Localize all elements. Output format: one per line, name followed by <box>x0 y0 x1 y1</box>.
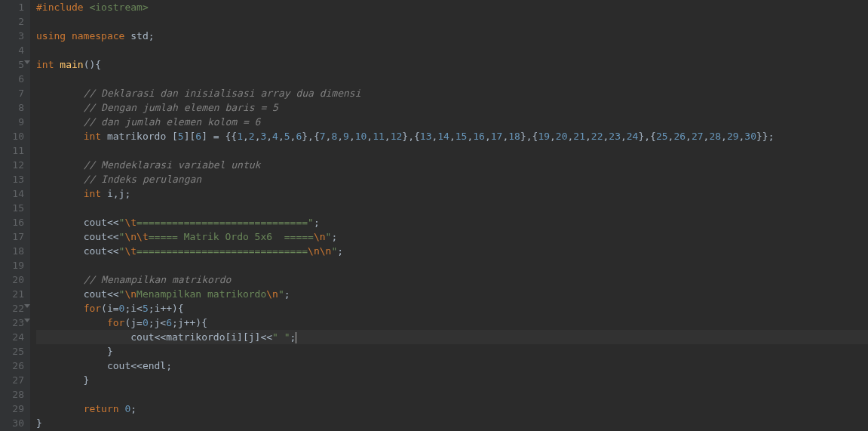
token-pl: ;i++){ <box>149 303 184 314</box>
line-number: 14 <box>5 186 24 201</box>
line-number: 29 <box>5 402 24 416</box>
token-pl: } <box>36 417 42 429</box>
token-pl <box>36 116 84 128</box>
token-pl: ; <box>314 217 320 228</box>
code-line[interactable]: // Dengan jumlah elemen baris = 5 <box>36 100 868 115</box>
token-pl: (){ <box>84 59 101 70</box>
token-id: matrikordo [ <box>107 131 178 142</box>
code-line[interactable]: #include <iostream> <box>36 0 868 14</box>
code-line[interactable]: cout<<endl; <box>36 359 868 373</box>
code-line[interactable] <box>36 43 868 57</box>
token-pl: , <box>385 131 391 142</box>
code-line[interactable]: // Menampilkan matrikordo <box>36 272 868 287</box>
token-num: 29 <box>727 131 739 142</box>
line-number: 11 <box>5 143 24 158</box>
token-num: 2 <box>249 131 255 142</box>
code-line[interactable] <box>36 201 868 215</box>
line-number: 7 <box>5 86 24 100</box>
token-num: 24 <box>627 131 639 142</box>
token-num: 26 <box>673 131 686 142</box>
token-fn: main <box>60 59 83 70</box>
line-number: 1 <box>5 0 24 14</box>
token-num: 0 <box>143 317 149 328</box>
token-id: cout<<matrikordo[i][j]<< <box>130 331 272 343</box>
token-id: i,j; <box>107 188 130 199</box>
code-line[interactable]: } <box>36 416 868 430</box>
fold-chevron-icon[interactable] <box>24 60 30 64</box>
code-line[interactable]: } <box>36 344 868 359</box>
code-line[interactable] <box>36 387 868 402</box>
token-pl: , <box>278 131 284 142</box>
token-kw: for <box>84 303 101 314</box>
token-num: 30 <box>744 131 756 142</box>
line-number: 16 <box>5 215 24 229</box>
token-id: std <box>130 30 148 42</box>
token-pl: , <box>266 131 272 142</box>
token-pp: #include <box>36 2 89 13</box>
code-line[interactable]: int matrikordo [5][6] = {{1,2,3,4,5,6},{… <box>36 129 868 143</box>
code-line[interactable]: cout<<matrikordo[i][j]<<" "; <box>36 330 868 344</box>
code-line[interactable]: cout<<"\t============================="; <box>36 215 868 229</box>
token-num: 9 <box>343 131 349 142</box>
token-esc: \n <box>266 288 278 300</box>
code-line[interactable]: // Indeks perulangan <box>36 172 868 186</box>
code-line[interactable]: for(i=0;i<5;i++){ <box>36 301 868 316</box>
token-pl: ;i< <box>124 303 142 314</box>
line-number: 8 <box>5 100 24 115</box>
token-pl: ;j< <box>149 317 166 328</box>
code-line[interactable]: // dan jumlah elemen kolom = 6 <box>36 115 868 129</box>
code-line[interactable]: int main(){ <box>36 57 868 72</box>
token-num: 22 <box>591 131 603 142</box>
line-number: 30 <box>5 416 24 430</box>
token-pl: , <box>621 131 627 142</box>
code-area[interactable]: #include <iostream>using namespace std;i… <box>30 0 868 431</box>
code-line[interactable]: using namespace std; <box>36 29 868 43</box>
token-pl <box>36 188 84 199</box>
token-pl <box>36 317 107 328</box>
token-pl: ] = {{ <box>201 131 237 142</box>
fold-chevron-icon[interactable] <box>24 319 30 322</box>
token-pl: , <box>485 131 491 142</box>
token-pl <box>36 331 130 343</box>
code-line[interactable]: // Mendeklarasi variabel untuk <box>36 158 868 172</box>
token-pl: } <box>36 346 113 357</box>
token-inc: <iostream> <box>89 2 148 13</box>
token-pl: ; <box>284 288 290 300</box>
token-kw: using <box>36 30 72 42</box>
fold-chevron-icon[interactable] <box>24 304 30 308</box>
token-pl <box>36 360 107 371</box>
token-str: " " <box>272 331 290 343</box>
code-line[interactable]: int i,j; <box>36 186 868 201</box>
token-pl: , <box>585 131 591 142</box>
code-line[interactable]: cout<<"\n\t===== Matrik Ordo 5x6 =====\n… <box>36 229 868 244</box>
token-num: 6 <box>166 317 172 328</box>
token-com: // Deklarasi dan inisialisasi array dua … <box>84 88 361 99</box>
code-line[interactable] <box>36 258 868 272</box>
code-line[interactable]: cout<<"\t=============================\n… <box>36 244 868 258</box>
token-pl <box>36 102 84 113</box>
token-pl <box>36 159 84 171</box>
token-pl: },{ <box>402 131 419 142</box>
line-number: 28 <box>5 387 24 402</box>
code-line[interactable] <box>36 14 868 29</box>
token-pl: },{ <box>302 131 319 142</box>
token-pl: ; <box>130 403 136 414</box>
code-line[interactable]: for(j=0;j<6;j++){ <box>36 316 868 330</box>
token-pl: ; <box>331 231 337 242</box>
token-pl: ;j++){ <box>172 317 207 328</box>
code-line[interactable]: cout<<"\nMenampilkan matrikordo\n"; <box>36 287 868 301</box>
token-num: 15 <box>455 131 468 142</box>
code-line[interactable]: return 0; <box>36 402 868 416</box>
line-number: 15 <box>5 201 24 215</box>
code-line[interactable] <box>36 72 868 86</box>
code-line[interactable] <box>36 143 868 158</box>
token-pl: , <box>367 131 373 142</box>
code-line[interactable]: // Deklarasi dan inisialisasi array dua … <box>36 86 868 100</box>
line-number: 26 <box>5 359 24 373</box>
code-line[interactable]: } <box>36 373 868 387</box>
token-num: 4 <box>272 131 278 142</box>
token-num: 11 <box>373 131 385 142</box>
token-com: // dan jumlah elemen kolom = 6 <box>84 116 261 128</box>
token-pl: , <box>349 131 355 142</box>
line-number: 5 <box>5 57 24 72</box>
